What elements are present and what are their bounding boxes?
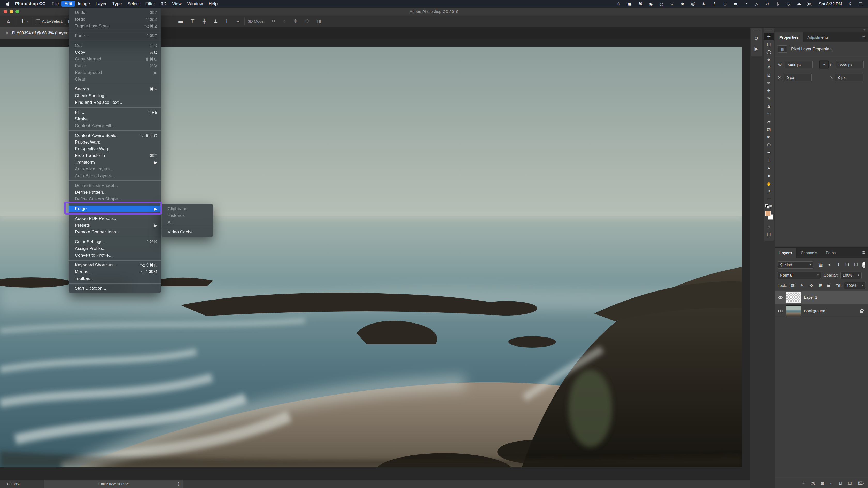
eyedropper-tool[interactable]: ✑ (764, 79, 774, 87)
menu-item[interactable]: Auto-Align Layers... (69, 166, 161, 172)
move-tool-preset-icon[interactable]: ✛ (19, 18, 27, 24)
x-field[interactable]: 0 px (784, 74, 812, 82)
menubar-item[interactable]: Help (206, 1, 220, 7)
layer-name[interactable]: Background (804, 308, 826, 313)
zoom-tool[interactable]: ⚲ (764, 188, 774, 195)
align-center-icon[interactable]: ▬ (176, 19, 185, 24)
menu-item[interactable]: Perspective Warp (69, 145, 161, 152)
eject-icon[interactable]: ⏏ (797, 2, 802, 6)
menu-item[interactable]: Remote Connections... (69, 229, 161, 235)
menu-item[interactable]: Stroke... (69, 116, 161, 122)
time-machine-icon[interactable]: ↺ (765, 2, 770, 6)
layer-thumbnail[interactable] (786, 292, 801, 303)
menubar-item[interactable]: Filter (143, 1, 158, 7)
dodge-tool[interactable]: ❍ (764, 141, 774, 149)
brush-tool[interactable]: ✎ (764, 95, 774, 102)
menu-item[interactable]: Cut ⌘X (69, 42, 161, 49)
menu-item[interactable]: Copy ⌘C (69, 49, 161, 56)
layer-row-background[interactable]: Background (775, 304, 868, 318)
menubar-item[interactable]: Photoshop CC (12, 1, 48, 7)
screenshot-frame-icon[interactable]: ▦ (627, 2, 632, 6)
shield-icon[interactable]: ▽ (669, 2, 675, 6)
panel-menu-icon[interactable]: ≡ (862, 248, 868, 258)
rocket-icon[interactable]: ✈ (616, 2, 622, 6)
layer-style-icon[interactable]: fx (811, 481, 815, 486)
layer-thumbnail[interactable] (786, 305, 801, 316)
menu-item[interactable]: Toolbar... (69, 275, 161, 282)
recording-icon[interactable]: ◉ (648, 2, 653, 6)
menu-item[interactable]: Check Spelling... (69, 92, 161, 99)
lock-transparent-pixels-icon[interactable]: ▩ (789, 283, 796, 288)
menu-item[interactable]: Copy Merged ⇧⌘C (69, 56, 161, 63)
pen-tool[interactable]: ✒ (764, 149, 774, 157)
menu-bar-clock[interactable]: Sat 8:32 PM (819, 2, 842, 6)
document-tab[interactable]: × FLY00394.tif @ 68.3% (Layer 1, (0, 27, 78, 39)
auto-select-checkbox[interactable] (36, 20, 40, 23)
efficiency-indicator[interactable]: Efficiency: 100%* ⟩ (44, 480, 183, 488)
command-key-icon[interactable]: ⌘ (638, 2, 643, 6)
filter-smart-objects-icon[interactable]: ❐ (852, 262, 859, 267)
new-group-icon[interactable]: ⊔ (839, 481, 842, 486)
display-icon[interactable]: ⊡ (722, 2, 727, 6)
menu-item[interactable]: Menus... ⌥⇧⌘M (69, 268, 161, 275)
y-field[interactable]: 0 px (835, 74, 863, 82)
menu-item[interactable]: Color Settings... ⇧⌘K (69, 238, 161, 245)
notes-icon[interactable]: ▤ (733, 2, 738, 6)
menu-item[interactable]: Redo ⇧⌘Z (69, 16, 161, 23)
marquee-tool[interactable]: ▢ (764, 40, 774, 48)
menu-item[interactable]: Start Dictation... (69, 285, 161, 292)
submenu-item[interactable]: Clipboard (161, 205, 213, 212)
orbit-3d-icon[interactable]: ↻ (269, 18, 277, 24)
co-badge-icon[interactable]: co (807, 2, 812, 6)
menu-item[interactable]: Free Transform ⌘T (69, 152, 161, 159)
menubar-item[interactable]: 3D (158, 1, 169, 7)
dock-grip[interactable] (753, 30, 759, 32)
minimize-window-button[interactable] (9, 10, 13, 13)
opacity-dropdown[interactable]: 100% ▾ (840, 272, 862, 279)
filter-type-layers-icon[interactable]: T (835, 262, 842, 267)
height-field[interactable]: 3559 px (836, 61, 864, 68)
zoom-window-button[interactable] (16, 10, 19, 13)
menubar-item[interactable]: Type (110, 1, 125, 7)
distribute-centers-icon[interactable]: ╫ (200, 19, 208, 24)
dropbox-icon[interactable]: ❖ (680, 2, 685, 6)
smudge-tool[interactable]: ☛ (764, 133, 774, 141)
align-top-edges-icon[interactable]: ⊤ (189, 18, 197, 24)
menu-item[interactable]: Paste ⌘V (69, 63, 161, 69)
layer-filter-dropdown[interactable]: ⚲ Kind ▾ (778, 261, 813, 268)
actions-panel-icon[interactable]: ▶ (751, 43, 762, 54)
layer-lock-icon[interactable] (860, 311, 863, 313)
close-tab-icon[interactable]: × (6, 30, 8, 36)
menu-item[interactable]: Auto-Blend Layers... (69, 172, 161, 179)
link-dimensions-icon[interactable]: ⚭ (819, 60, 829, 69)
filter-shape-layers-icon[interactable]: ❏ (844, 262, 850, 267)
menu-item[interactable]: Toggle Last State ⌥⌘Z (69, 23, 161, 29)
frame-tool[interactable]: ⊠ (764, 71, 774, 79)
more-options-icon[interactable]: ••• (234, 20, 242, 23)
align-bottom-edges-icon[interactable]: ⊥ (212, 18, 220, 24)
menu-item[interactable]: Paste Special ▶ (69, 69, 161, 76)
blend-mode-dropdown[interactable]: Normal ▾ (778, 272, 821, 279)
menubar-item[interactable]: Image (75, 1, 93, 7)
crop-tool[interactable]: # (764, 64, 774, 71)
timer-icon[interactable]: ◔ (743, 2, 749, 6)
menubar-item[interactable]: Layer (93, 1, 110, 7)
lock-all-icon[interactable] (827, 285, 830, 287)
panel-menu-icon[interactable]: ≡ (862, 32, 868, 42)
filter-adjustment-layers-icon[interactable]: ◐ (826, 262, 833, 267)
menu-item[interactable]: Content-Aware Fill... (69, 122, 161, 129)
layer-mask-icon[interactable]: ◙ (821, 481, 824, 486)
menu-item[interactable]: Adobe PDF Presets... (69, 215, 161, 222)
clone-stamp-tool[interactable]: ♙ (764, 102, 774, 110)
menubar-item[interactable]: Select (125, 1, 142, 7)
new-layer-icon[interactable]: ❏ (848, 481, 852, 486)
fill-dropdown[interactable]: 100% ▾ (844, 282, 865, 289)
camera-icon[interactable]: ◎ (659, 2, 664, 6)
history-panel-icon[interactable]: ↺ (751, 33, 762, 43)
visibility-eye-icon[interactable] (778, 296, 783, 299)
menu-item[interactable]: Presets ▶ (69, 222, 161, 229)
skitch-icon[interactable]: Ⓢ (690, 1, 696, 7)
home-icon[interactable]: ⌂ (5, 19, 12, 24)
panel-tab[interactable]: Paths (822, 248, 840, 258)
foreground-color-swatch[interactable] (765, 211, 771, 216)
